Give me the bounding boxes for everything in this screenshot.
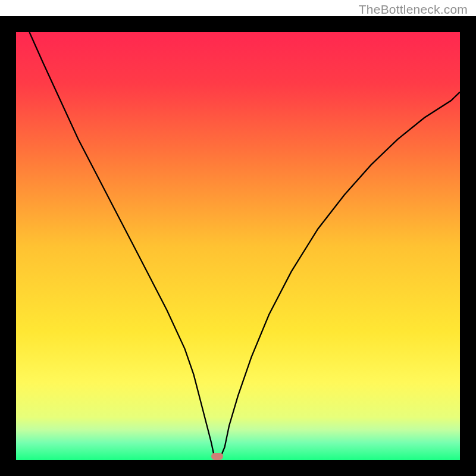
bottleneck-curve	[29, 32, 460, 458]
watermark-label: TheBottleneck.com	[359, 2, 468, 17]
curve-svg	[16, 32, 460, 460]
optimum-marker	[211, 453, 223, 460]
plot-area	[16, 32, 460, 460]
chart-frame	[0, 16, 476, 476]
